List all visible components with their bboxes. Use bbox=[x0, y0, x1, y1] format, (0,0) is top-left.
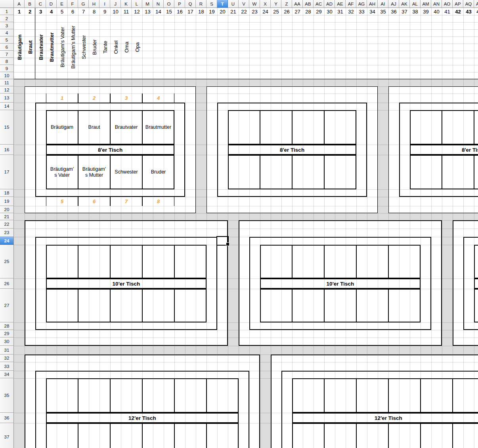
row-header-37[interactable]: 37 bbox=[0, 423, 14, 448]
row-header-11[interactable]: 11 bbox=[0, 79, 14, 86]
seat-box[interactable] bbox=[442, 110, 474, 145]
seat-box[interactable] bbox=[110, 245, 142, 278]
column-header-AE[interactable]: AE bbox=[335, 0, 346, 8]
row-header-16[interactable]: 16 bbox=[0, 145, 14, 155]
row-header-14[interactable]: 14 bbox=[0, 103, 14, 110]
table-12er-2-label-band[interactable]: 12'er Tisch bbox=[292, 413, 478, 423]
column-header-M[interactable]: M bbox=[142, 0, 153, 8]
sheet-grid[interactable]: 1234567891011121314151617181920212223242… bbox=[0, 0, 478, 448]
column-header-AG[interactable]: AG bbox=[356, 0, 367, 8]
row-header-19[interactable]: 19 bbox=[0, 197, 14, 206]
cell-AK1[interactable]: 37 bbox=[399, 8, 410, 15]
seat-box[interactable] bbox=[421, 378, 453, 413]
cell-AF1[interactable]: 32 bbox=[346, 8, 356, 15]
cell-V1[interactable]: 22 bbox=[239, 8, 249, 15]
seat-box[interactable]: Bräutigam' s Vater bbox=[46, 155, 78, 189]
cell-M1[interactable]: 13 bbox=[142, 8, 153, 15]
cell-G1[interactable]: 7 bbox=[78, 8, 89, 15]
seat-box[interactable] bbox=[142, 378, 174, 413]
legend-col-E[interactable]: Bräutigam's Vater bbox=[59, 27, 65, 67]
seat-box[interactable] bbox=[292, 423, 324, 448]
cell-J1[interactable]: 10 bbox=[110, 8, 121, 15]
cell-Q1[interactable]: 17 bbox=[185, 8, 196, 15]
row-header-21[interactable]: 21 bbox=[0, 213, 14, 220]
legend-col-G[interactable]: Schwester bbox=[80, 35, 86, 59]
seat-box[interactable] bbox=[260, 289, 292, 322]
seat-box[interactable] bbox=[46, 245, 78, 278]
cell-P1[interactable]: 16 bbox=[174, 8, 185, 15]
fill-handle[interactable] bbox=[226, 242, 229, 246]
seat-box[interactable] bbox=[410, 155, 442, 189]
table-10er-1-label-band[interactable]: 10'er Tisch bbox=[46, 278, 206, 289]
seat-box[interactable] bbox=[174, 378, 206, 413]
seat-box[interactable] bbox=[78, 378, 110, 413]
row-header-29[interactable]: 29 bbox=[0, 330, 14, 337]
row-header-27[interactable]: 27 bbox=[0, 289, 14, 322]
seat-box[interactable] bbox=[356, 378, 388, 413]
legend-col-B[interactable]: Braut bbox=[27, 40, 33, 54]
seat-box[interactable] bbox=[388, 245, 421, 278]
table-8er-3-label-band[interactable]: 8'er Tisch bbox=[410, 145, 478, 155]
cell-Y1[interactable]: 25 bbox=[271, 8, 281, 15]
seat-box[interactable] bbox=[110, 378, 142, 413]
row-header-22[interactable]: 22 bbox=[0, 220, 14, 229]
row-header-32[interactable]: 32 bbox=[0, 355, 14, 362]
row-header-31[interactable]: 31 bbox=[0, 346, 14, 355]
column-header-N[interactable]: N bbox=[153, 0, 164, 8]
seat-box[interactable] bbox=[78, 245, 110, 278]
cell-AM1[interactable]: 39 bbox=[421, 8, 431, 15]
seat-box[interactable] bbox=[260, 245, 292, 278]
row-header-3[interactable]: 3 bbox=[0, 22, 14, 29]
column-header-AL[interactable]: AL bbox=[410, 0, 421, 8]
seat-box[interactable] bbox=[292, 378, 324, 413]
column-header-AD[interactable]: AD bbox=[324, 0, 335, 8]
cell-AB1[interactable]: 28 bbox=[303, 8, 314, 15]
seat-box[interactable] bbox=[324, 423, 356, 448]
column-header-AR[interactable]: AR bbox=[474, 0, 478, 8]
table-8er-1-label-band[interactable]: 8'er Tisch bbox=[46, 145, 174, 155]
column-header-G[interactable]: G bbox=[78, 0, 89, 8]
column-header-AB[interactable]: AB bbox=[303, 0, 314, 8]
table-12er-1-label-band[interactable]: 12'er Tisch bbox=[46, 413, 239, 423]
column-header-J[interactable]: J bbox=[110, 0, 121, 8]
cell-AG1[interactable]: 33 bbox=[356, 8, 367, 15]
seat-box[interactable] bbox=[410, 110, 442, 145]
row-header-18[interactable]: 18 bbox=[0, 189, 14, 197]
row-header-35[interactable]: 35 bbox=[0, 378, 14, 413]
row-header-2[interactable]: 2 bbox=[0, 15, 14, 22]
seat-box[interactable] bbox=[292, 110, 324, 145]
legend-col-J[interactable]: Onkel bbox=[113, 40, 119, 54]
seat-box[interactable] bbox=[388, 423, 421, 448]
cell-AP1[interactable]: 42 bbox=[453, 8, 463, 15]
seat-box[interactable] bbox=[174, 289, 206, 322]
row-header-20[interactable]: 20 bbox=[0, 206, 14, 213]
row-header-26[interactable]: 26 bbox=[0, 278, 14, 289]
row-header-5[interactable]: 5 bbox=[0, 36, 14, 44]
cell-AN1[interactable]: 40 bbox=[431, 8, 442, 15]
seat-box[interactable] bbox=[388, 378, 421, 413]
table-10er-3-label-band[interactable]: 10'er Tisch bbox=[474, 278, 478, 289]
seat-box[interactable]: Braut bbox=[78, 110, 110, 145]
legend-col-I[interactable]: Tante bbox=[102, 41, 108, 53]
seat-box[interactable] bbox=[388, 289, 421, 322]
seat-box[interactable] bbox=[453, 423, 478, 448]
column-header-S[interactable]: S bbox=[206, 0, 217, 8]
seat-box[interactable] bbox=[421, 423, 453, 448]
column-header-AI[interactable]: AI bbox=[378, 0, 388, 8]
seat-box[interactable] bbox=[453, 378, 478, 413]
row-header-6[interactable]: 6 bbox=[0, 44, 14, 51]
seat-box[interactable]: Brautvater bbox=[110, 110, 142, 145]
seat-box[interactable] bbox=[292, 155, 324, 189]
cell-AI1[interactable]: 35 bbox=[378, 8, 388, 15]
legend-col-F[interactable]: Bräutigam's Mutter bbox=[70, 26, 76, 69]
seat-box[interactable] bbox=[142, 289, 174, 322]
column-header-W[interactable]: W bbox=[249, 0, 260, 8]
row-header-13[interactable]: 13 bbox=[0, 93, 14, 103]
seat-box[interactable] bbox=[206, 378, 239, 413]
column-header-P[interactable]: P bbox=[174, 0, 185, 8]
seat-box[interactable] bbox=[228, 110, 260, 145]
column-header-O[interactable]: O bbox=[164, 0, 174, 8]
row-header-15[interactable]: 15 bbox=[0, 110, 14, 145]
cell-T1[interactable]: 20 bbox=[217, 8, 228, 15]
column-header-E[interactable]: E bbox=[57, 0, 67, 8]
